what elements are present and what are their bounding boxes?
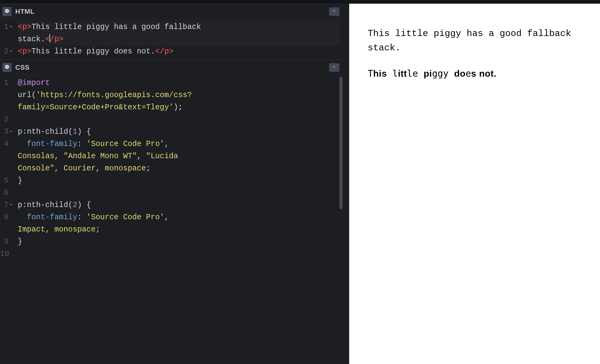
- line-number: 6: [0, 187, 13, 199]
- column-splitter[interactable]: [343, 4, 349, 364]
- line-number: 7: [0, 199, 13, 211]
- line-number: [0, 162, 13, 175]
- line-number: 9: [0, 236, 13, 248]
- line-number: 1: [0, 21, 13, 33]
- line-number: 2: [0, 114, 13, 126]
- html-gutter: 12: [0, 19, 15, 60]
- code-line[interactable]: font-family: 'Source Code Pro',: [18, 211, 340, 224]
- line-number: 2: [0, 46, 13, 58]
- line-number: 5: [0, 175, 13, 187]
- html-code[interactable]: <p>This little piggy has a good fallback…: [15, 19, 343, 60]
- css-panel-header: CSS: [0, 60, 343, 75]
- code-line[interactable]: Console", Courier, monospace;: [18, 162, 340, 175]
- code-line[interactable]: stack.</p>: [18, 33, 340, 46]
- code-line[interactable]: family=Source+Code+Pro&text=Tlegy');: [18, 101, 340, 114]
- code-line[interactable]: [18, 114, 340, 126]
- preview-paragraph-2: This little piggy does not.: [368, 67, 582, 81]
- code-line[interactable]: font-family: 'Source Code Pro',: [18, 138, 340, 150]
- line-number: 3: [0, 126, 13, 138]
- line-number: [0, 150, 13, 162]
- code-line[interactable]: Consolas, "Andale Mono WT", "Lucida: [18, 150, 340, 162]
- preview-paragraph-1: This little piggy has a good fallback st…: [368, 27, 582, 55]
- editors-column: HTML 12 <p>This little piggy has a good …: [0, 4, 343, 364]
- code-line[interactable]: Impact, monospace;: [18, 224, 340, 236]
- line-number: [0, 224, 13, 236]
- line-number: 4: [0, 138, 13, 150]
- css-panel: CSS 12345678910 @importurl('https://font…: [0, 60, 343, 364]
- css-code[interactable]: @importurl('https://fonts.googleapis.com…: [15, 75, 343, 364]
- code-line[interactable]: <p>This little piggy does not.</p>: [18, 46, 340, 58]
- code-line[interactable]: url('https://fonts.googleapis.com/css?: [18, 89, 340, 101]
- css-collapse-button[interactable]: [329, 63, 339, 72]
- main-area: HTML 12 <p>This little piggy has a good …: [0, 4, 600, 364]
- code-line[interactable]: }: [18, 236, 340, 248]
- code-line[interactable]: }: [18, 175, 340, 187]
- css-settings-button[interactable]: [2, 63, 12, 72]
- code-line[interactable]: <p>This little piggy has a good fallback: [18, 21, 340, 33]
- css-gutter: 12345678910: [0, 75, 15, 364]
- preview-pane: This little piggy has a good fallback st…: [349, 4, 600, 364]
- chevron-down-icon: [332, 9, 336, 14]
- line-number: 8: [0, 211, 13, 224]
- gear-icon: [5, 64, 9, 70]
- html-editor[interactable]: 12 <p>This little piggy has a good fallb…: [0, 19, 343, 60]
- css-scrollbar[interactable]: [339, 75, 343, 364]
- line-number: 10: [0, 248, 13, 260]
- line-number: [0, 101, 13, 114]
- css-panel-title: CSS: [15, 64, 30, 71]
- line-number: 1: [0, 77, 13, 89]
- code-line[interactable]: [18, 187, 340, 199]
- css-scrollbar-thumb[interactable]: [339, 76, 342, 209]
- window-topbar: [0, 0, 600, 4]
- code-line[interactable]: [18, 248, 340, 260]
- html-panel-title: HTML: [15, 8, 35, 16]
- html-panel: HTML 12 <p>This little piggy has a good …: [0, 4, 343, 60]
- html-panel-header: HTML: [0, 4, 343, 19]
- line-number: [0, 89, 13, 101]
- css-editor[interactable]: 12345678910 @importurl('https://fonts.go…: [0, 75, 343, 364]
- code-line[interactable]: p:nth-child(2) {: [18, 199, 340, 211]
- code-line[interactable]: @import: [18, 77, 340, 89]
- html-collapse-button[interactable]: [329, 7, 339, 16]
- code-line[interactable]: p:nth-child(1) {: [18, 126, 340, 138]
- chevron-down-icon: [332, 65, 336, 70]
- html-settings-button[interactable]: [2, 7, 12, 16]
- gear-icon: [5, 9, 9, 14]
- line-number: [0, 33, 13, 46]
